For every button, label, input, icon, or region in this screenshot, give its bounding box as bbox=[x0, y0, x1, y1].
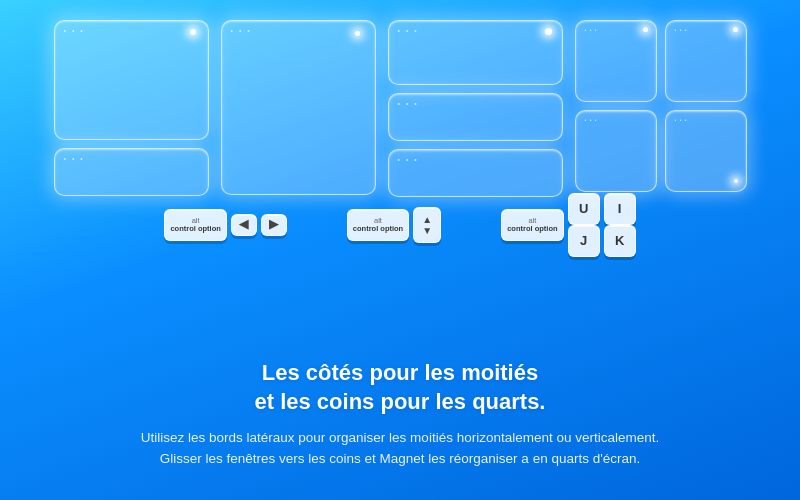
card-4-tl bbox=[575, 20, 657, 102]
shortcuts-area: alt control option ◀ ▶ alt control optio… bbox=[0, 195, 800, 255]
card-group-2 bbox=[221, 20, 376, 195]
card-1-small bbox=[54, 148, 209, 196]
subtext: Utilisez les bords latéraux pour organis… bbox=[120, 428, 680, 470]
arrow-down: ▼ bbox=[422, 225, 432, 236]
headline-line1: Les côtés pour les moitiés bbox=[60, 359, 740, 388]
key-k: K bbox=[604, 225, 636, 257]
key-j: J bbox=[568, 225, 600, 257]
card-4-br bbox=[665, 110, 747, 192]
key-arrow-up-down: ▲ ▼ bbox=[413, 207, 441, 243]
key-control-option-1: alt control option bbox=[164, 209, 226, 241]
key-i: I bbox=[604, 193, 636, 225]
headline-line2: et les coins pour les quarts. bbox=[60, 388, 740, 417]
card-1-big bbox=[54, 20, 209, 140]
card-3-bot bbox=[388, 149, 563, 197]
arrow-up: ▲ bbox=[422, 214, 432, 225]
key-option-label-1: control option bbox=[170, 225, 220, 233]
text-area: Les côtés pour les moitiés et les coins … bbox=[0, 359, 800, 470]
key-control-option-3: alt control option bbox=[501, 209, 563, 241]
card-group-4 bbox=[575, 20, 747, 192]
key-option-label-3: control option bbox=[507, 225, 557, 233]
cards-area bbox=[0, 20, 800, 210]
key-arrow-right: ▶ bbox=[261, 214, 287, 236]
shortcut-group-2: alt control option ▲ ▼ bbox=[347, 207, 441, 243]
shortcut-group-1: alt control option ◀ ▶ bbox=[164, 209, 286, 241]
key-u: U bbox=[568, 193, 600, 225]
card-4-bl bbox=[575, 110, 657, 192]
card-group-3 bbox=[388, 20, 563, 197]
card-3-mid bbox=[388, 93, 563, 141]
card-4-tr bbox=[665, 20, 747, 102]
key-option-label-2: control option bbox=[353, 225, 403, 233]
key-control-option-2: alt control option bbox=[347, 209, 409, 241]
key-arrow-left: ◀ bbox=[231, 214, 257, 236]
card-2-tall bbox=[221, 20, 376, 195]
shortcut-group-3: alt control option U I J K bbox=[501, 195, 635, 255]
card-group-1 bbox=[54, 20, 209, 196]
key-grid-uijk: U I J K bbox=[568, 195, 636, 255]
headline: Les côtés pour les moitiés et les coins … bbox=[60, 359, 740, 416]
card-3-top bbox=[388, 20, 563, 85]
